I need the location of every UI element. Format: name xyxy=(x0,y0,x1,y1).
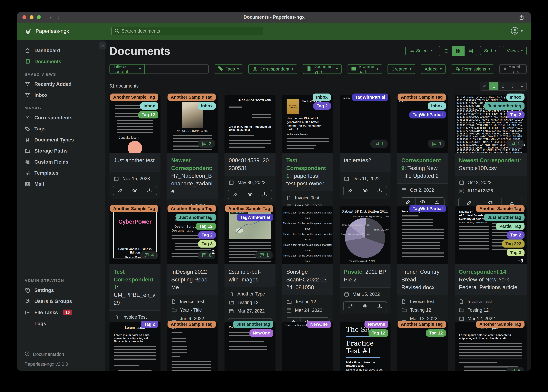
sidebar-item-custom-fields[interactable]: Custom Fields xyxy=(17,156,105,168)
document-card[interactable]: 4 CyberPower PowerPanel® Business Editio… xyxy=(109,206,160,314)
document-card[interactable]: Patient BP Distribution 2011 Normal, 150… xyxy=(340,206,391,314)
tag-pill[interactable]: Inbox xyxy=(313,93,331,101)
title-content-dropdown[interactable]: Title & content▾ xyxy=(109,64,145,74)
permissions-filter-button[interactable]: Permissions▾ xyxy=(451,64,494,74)
document-card[interactable]: MEDICAL TEACHER Medical Teacher Has the … xyxy=(282,95,333,199)
comment-badge[interactable]: 1 xyxy=(506,140,524,148)
document-title[interactable]: Correspondent 14: Review-of-New-York-Fed… xyxy=(459,268,522,291)
comment-badge[interactable]: 1 xyxy=(255,251,273,259)
sidebar-item-document-types[interactable]: Document Types xyxy=(17,134,105,145)
tag-pill[interactable]: Another Sample Tag xyxy=(476,321,525,328)
tag-pill[interactable]: Partial Tag xyxy=(496,223,525,230)
document-title[interactable]: Newest Correspondent: Sample100.csv xyxy=(459,157,522,172)
comment-badge[interactable]: 1 xyxy=(370,140,388,148)
tag-pill[interactable]: Just another tag xyxy=(176,214,216,221)
correspondent-link[interactable]: Newest Correspondent xyxy=(459,157,519,163)
document-card[interactable]: This is a multi page document. Page 1.Ne… xyxy=(282,322,333,371)
correspondent-filter-button[interactable]: Correspondent▾ xyxy=(248,64,297,74)
document-thumbnail[interactable]: This is a test for the double space char… xyxy=(282,206,333,264)
document-card[interactable]: Lorem ipsum Lorem ipsum dolor sit amet, … xyxy=(109,322,160,371)
tag-pill[interactable]: Another Sample Tag xyxy=(167,205,216,212)
sidebar-item-file-tasks[interactable]: File Tasks16 xyxy=(17,307,105,318)
collapse-sidebar-button[interactable]: « xyxy=(99,42,106,49)
sidebar-item-mail[interactable]: Mail xyxy=(17,179,105,189)
document-thumbnail[interactable]: Lorem ipsum Lorem ipsum dolor sit amet, … xyxy=(109,322,160,371)
pagination-next[interactable]: » xyxy=(517,82,526,90)
document-card[interactable]: 1Country,Region/State,"TagWithPartialtab… xyxy=(340,95,391,199)
tag-pill[interactable]: Another Sample Tag xyxy=(397,93,446,101)
download-button[interactable] xyxy=(142,186,157,195)
storage-path-filter-button[interactable]: Storage path▾ xyxy=(347,64,382,74)
preview-button[interactable] xyxy=(243,190,257,199)
tag-pill[interactable]: Another Sample Tag xyxy=(476,205,525,212)
document-thumbnail[interactable]: Lorem ipsum Lorem ipsum dolor sit amet, … xyxy=(455,322,526,371)
tag-pill[interactable]: Just another tag xyxy=(484,214,525,221)
pagination-page-3[interactable]: 3 xyxy=(508,82,517,90)
added-filter-button[interactable]: Added▾ xyxy=(421,64,446,74)
document-thumbnail[interactable]: Patient BP Distribution 2011 Normal, 150… xyxy=(340,206,391,264)
tag-pill[interactable]: Tag 2 xyxy=(507,111,525,119)
tag-pill[interactable]: Another Sample Tag xyxy=(167,321,216,328)
sidebar-item-storage-paths[interactable]: Storage Paths xyxy=(17,145,105,156)
tag-pill[interactable]: Just another tag xyxy=(233,321,274,328)
tag-pill[interactable]: TagWithPartial xyxy=(352,93,389,101)
tag-pill[interactable]: Another Sample Tag xyxy=(110,93,159,101)
tag-pill[interactable]: Tag 3 xyxy=(507,249,525,256)
document-title[interactable]: Sonstige ScanPC2022 03-24_081058 xyxy=(286,268,329,291)
title-content-input[interactable] xyxy=(145,64,209,74)
preview-button[interactable] xyxy=(358,186,373,195)
comment-badge[interactable]: 4 xyxy=(140,251,158,259)
edit-button[interactable] xyxy=(344,186,358,195)
preview-button[interactable] xyxy=(358,302,373,311)
document-card[interactable]: 5 Lorem ipsum Lorem ipsum dolor sit amet… xyxy=(455,322,526,371)
tag-pill[interactable]: Tag 3 xyxy=(198,240,216,248)
tag-pill[interactable]: TagWithPartial xyxy=(409,205,446,212)
detail-view-toggle[interactable] xyxy=(465,46,477,56)
tag-pill[interactable]: Tag 2 xyxy=(507,231,525,239)
tag-pill[interactable]: Another Sample Tag xyxy=(167,93,216,101)
document-card[interactable]: 1one,1.0 five,5.0Another Sample TagInbox… xyxy=(397,95,448,199)
document-card[interactable]: French Country Bread TagWithPartialFrenc… xyxy=(397,206,448,314)
download-button[interactable] xyxy=(372,302,387,311)
tag-pill[interactable]: Inbox xyxy=(506,93,525,101)
document-card[interactable]: The SAT PracticeTest #1 Make time to tak… xyxy=(340,322,391,371)
document-title[interactable]: Correspondent 9: Testing New Title Updat… xyxy=(401,157,444,180)
document-title[interactable]: Just another test xyxy=(114,157,156,164)
tag-pill[interactable]: Another Sample Tag xyxy=(397,321,446,328)
share-icon[interactable] xyxy=(519,14,525,21)
list-view-toggle[interactable] xyxy=(440,46,452,56)
document-card[interactable]: Test Name Another Sample Tag xyxy=(167,322,218,371)
tag-pill[interactable]: Tag 12 xyxy=(138,111,159,119)
tag-pill[interactable]: Tag 12 xyxy=(368,329,389,337)
pagination-prev[interactable]: « xyxy=(480,82,489,90)
tag-pill[interactable]: Inbox xyxy=(198,102,216,110)
document-title[interactable]: 0004814539_20230531 xyxy=(229,157,271,172)
tag-pill[interactable]: NewOne xyxy=(307,321,331,328)
comment-badge[interactable]: 5 xyxy=(506,367,524,371)
document-card[interactable]: 1 Boundary Waters Trip Another Sample Ta… xyxy=(224,206,275,314)
document-card[interactable]: ✺ BANK OF SCOTLAND 2,0 % p. a. auf Ihr T… xyxy=(224,95,275,199)
correspondent-link[interactable]: Correspondent 14 xyxy=(459,269,506,275)
document-thumbnail[interactable]: ✺ BANK OF SCOTLAND 2,0 % p. a. auf Ihr T… xyxy=(224,95,275,153)
tag-pill[interactable]: Just another tag xyxy=(484,102,525,110)
document-type-filter-button[interactable]: Document type▾ xyxy=(303,64,342,74)
reset-filters-button[interactable]: ✕ Reset filters xyxy=(499,64,526,74)
tag-pill[interactable]: Tag 2 xyxy=(313,102,331,110)
tags-filter-button[interactable]: Tags▾ xyxy=(214,64,243,74)
global-search[interactable] xyxy=(111,27,263,35)
sidebar-item-tags[interactable]: Tags xyxy=(17,123,105,134)
created-filter-button[interactable]: Created▾ xyxy=(388,64,415,74)
document-card[interactable]: This is a test for the double space char… xyxy=(282,206,333,314)
pagination-page-1[interactable]: 1 xyxy=(489,82,498,90)
tag-pill[interactable]: NewOne xyxy=(249,329,274,337)
document-thumbnail[interactable]: This is a multi page document. Page 1. xyxy=(282,322,333,371)
document-card[interactable]: Contact Sheet Demo Just another tagNewOn… xyxy=(224,322,275,371)
select-button[interactable]: Select▾ xyxy=(405,46,436,56)
document-card[interactable]: 2 Francja pod r NAPOLEON BONAPARTE Anoth… xyxy=(167,95,218,199)
document-card[interactable]: 6 InDesign Scripting Documentation Anoth… xyxy=(167,206,218,314)
correspondent-link[interactable]: Newest Correspondent xyxy=(171,157,211,171)
search-input[interactable] xyxy=(122,28,260,34)
sidebar-item-logs[interactable]: Logs xyxy=(17,318,105,329)
tag-pill[interactable]: Another Sample Tag xyxy=(110,205,159,212)
sort-button[interactable]: Sort▾ xyxy=(480,46,500,56)
